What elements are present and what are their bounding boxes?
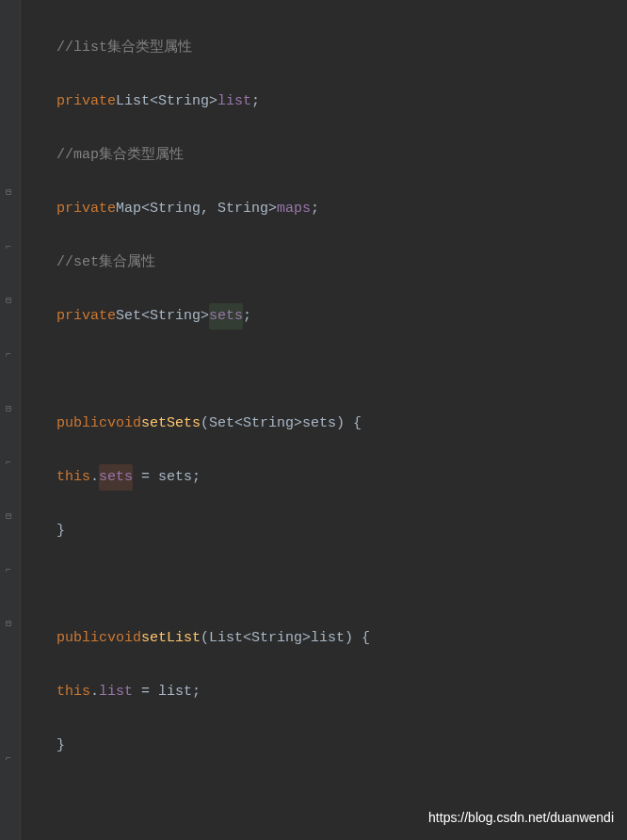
code-line[interactable]: //map集合类型属性 bbox=[56, 142, 627, 170]
keyword: private bbox=[56, 196, 116, 223]
code-editor[interactable]: //list集合类型属性 private List<String> list; … bbox=[0, 0, 627, 840]
code-line[interactable]: //set集合属性 bbox=[56, 250, 627, 277]
field-name: sets bbox=[209, 303, 243, 331]
code-line[interactable]: public void setList(List<String> list) { bbox=[56, 625, 627, 653]
fold-icon[interactable]: ⊟ bbox=[6, 297, 15, 306]
keyword: void bbox=[107, 411, 141, 438]
code-line[interactable]: private Set<String> sets; bbox=[56, 303, 627, 331]
field-name: maps bbox=[277, 196, 311, 223]
fold-icon[interactable]: ⊟ bbox=[6, 405, 15, 414]
fold-end-icon[interactable]: ⌐ bbox=[6, 243, 15, 252]
code-line[interactable]: //list集合类型属性 bbox=[56, 35, 627, 62]
code-line[interactable]: private List<String> list; bbox=[56, 89, 627, 116]
field-ref: sets bbox=[99, 464, 133, 492]
field-name: list bbox=[217, 89, 251, 116]
method-name: setSets bbox=[141, 411, 201, 438]
comment-text: //map集合类型属性 bbox=[56, 142, 184, 170]
type-ref: Map<String, String> bbox=[116, 196, 277, 223]
fold-icon[interactable]: ⊟ bbox=[6, 620, 15, 629]
keyword: private bbox=[56, 303, 116, 331]
fold-end-icon[interactable]: ⌐ bbox=[6, 754, 15, 764]
fold-icon[interactable]: ⊟ bbox=[6, 512, 15, 522]
keyword: this bbox=[56, 679, 90, 706]
method-name: setList bbox=[141, 625, 201, 653]
type-ref: List<String> bbox=[116, 89, 217, 116]
editor-gutter[interactable]: ⊟ ⌐ ⊟ ⌐ ⊟ ⌐ ⊟ ⌐ ⊟ ⌐ bbox=[0, 0, 21, 840]
comment-text: //set集合属性 bbox=[56, 250, 155, 277]
code-line[interactable]: this.sets = sets; bbox=[56, 464, 627, 492]
code-line[interactable]: private Map<String, String> maps; bbox=[56, 196, 627, 223]
fold-icon[interactable]: ⊟ bbox=[6, 188, 15, 198]
comment-text: //list集合类型属性 bbox=[56, 35, 192, 62]
code-line[interactable]: } bbox=[56, 518, 627, 545]
keyword: public bbox=[56, 625, 107, 653]
code-line[interactable] bbox=[56, 572, 627, 599]
keyword: this bbox=[56, 464, 90, 492]
code-line[interactable]: this.list = list; bbox=[56, 679, 627, 706]
param-ref: sets bbox=[158, 464, 192, 492]
type-ref: List<String> bbox=[209, 625, 311, 653]
fold-end-icon[interactable]: ⌐ bbox=[6, 350, 15, 360]
param-name: list bbox=[311, 625, 345, 653]
keyword: void bbox=[107, 625, 141, 653]
param-ref: list bbox=[158, 679, 192, 706]
fold-end-icon[interactable]: ⌐ bbox=[6, 566, 15, 575]
keyword: private bbox=[56, 89, 116, 116]
code-line[interactable]: } bbox=[56, 733, 627, 760]
watermark-text: https://blog.csdn.net/duanwendi bbox=[428, 805, 614, 831]
keyword: public bbox=[56, 411, 107, 438]
param-name: sets bbox=[302, 411, 336, 438]
type-ref: Set<String> bbox=[116, 303, 209, 331]
code-line[interactable] bbox=[56, 357, 627, 384]
type-ref: Set<String> bbox=[209, 411, 302, 438]
field-ref: list bbox=[99, 679, 133, 706]
code-line[interactable]: public void setSets(Set<String> sets) { bbox=[56, 411, 627, 438]
fold-end-icon[interactable]: ⌐ bbox=[6, 459, 15, 468]
